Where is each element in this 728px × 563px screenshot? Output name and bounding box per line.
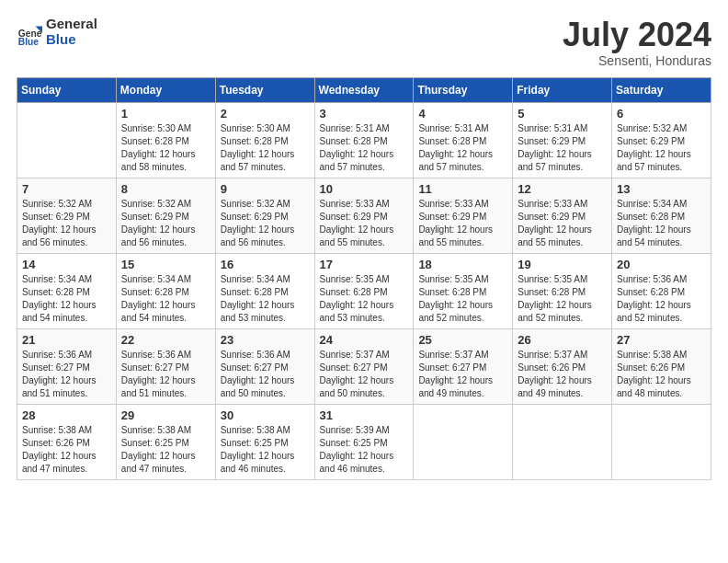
logo-icon: General Blue — [17, 19, 42, 45]
header-row: SundayMondayTuesdayWednesdayThursdayFrid… — [17, 77, 711, 102]
calendar-cell: 10Sunrise: 5:33 AM Sunset: 6:29 PM Dayli… — [314, 178, 414, 253]
header-day-thursday: Thursday — [414, 77, 513, 102]
day-info: Sunrise: 5:37 AM Sunset: 6:27 PM Dayligh… — [418, 349, 507, 400]
day-number: 26 — [518, 333, 607, 347]
calendar-cell — [414, 404, 513, 479]
calendar-cell: 15Sunrise: 5:34 AM Sunset: 6:28 PM Dayli… — [116, 253, 215, 328]
calendar-cell: 4Sunrise: 5:31 AM Sunset: 6:28 PM Daylig… — [414, 102, 513, 178]
svg-text:Blue: Blue — [18, 37, 40, 45]
page-header: General Blue General Blue July 2024 Sens… — [17, 17, 711, 68]
calendar-cell: 13Sunrise: 5:34 AM Sunset: 6:28 PM Dayli… — [612, 178, 711, 253]
day-info: Sunrise: 5:36 AM Sunset: 6:28 PM Dayligh… — [617, 273, 706, 325]
logo-text: General Blue — [46, 17, 97, 47]
day-info: Sunrise: 5:38 AM Sunset: 6:25 PM Dayligh… — [221, 424, 310, 476]
calendar-cell: 6Sunrise: 5:32 AM Sunset: 6:29 PM Daylig… — [612, 102, 711, 178]
day-info: Sunrise: 5:33 AM Sunset: 6:29 PM Dayligh… — [418, 198, 507, 249]
day-number: 17 — [320, 258, 409, 271]
day-number: 21 — [22, 333, 111, 347]
calendar-cell: 26Sunrise: 5:37 AM Sunset: 6:26 PM Dayli… — [513, 328, 612, 404]
day-info: Sunrise: 5:33 AM Sunset: 6:29 PM Dayligh… — [320, 198, 409, 249]
day-info: Sunrise: 5:31 AM Sunset: 6:29 PM Dayligh… — [518, 122, 607, 174]
calendar-cell: 31Sunrise: 5:39 AM Sunset: 6:25 PM Dayli… — [314, 404, 414, 479]
week-row-1: 7Sunrise: 5:32 AM Sunset: 6:29 PM Daylig… — [17, 178, 711, 253]
day-info: Sunrise: 5:30 AM Sunset: 6:28 PM Dayligh… — [221, 122, 310, 174]
calendar-page: General Blue General Blue July 2024 Sens… — [0, 0, 728, 563]
day-number: 30 — [221, 408, 310, 422]
day-info: Sunrise: 5:31 AM Sunset: 6:28 PM Dayligh… — [418, 122, 507, 174]
calendar-body: 1Sunrise: 5:30 AM Sunset: 6:28 PM Daylig… — [17, 102, 711, 479]
day-info: Sunrise: 5:34 AM Sunset: 6:28 PM Dayligh… — [22, 273, 111, 325]
day-number: 22 — [121, 333, 210, 347]
day-number: 9 — [221, 182, 310, 196]
day-number: 31 — [320, 408, 409, 422]
day-info: Sunrise: 5:34 AM Sunset: 6:28 PM Dayligh… — [221, 273, 310, 325]
day-number: 2 — [221, 107, 310, 121]
day-number: 20 — [617, 258, 706, 271]
calendar-cell: 29Sunrise: 5:38 AM Sunset: 6:25 PM Dayli… — [116, 404, 215, 479]
calendar-cell: 20Sunrise: 5:36 AM Sunset: 6:28 PM Dayli… — [612, 253, 711, 328]
day-number: 7 — [22, 182, 111, 196]
calendar-cell: 2Sunrise: 5:30 AM Sunset: 6:28 PM Daylig… — [215, 102, 314, 178]
calendar-cell: 23Sunrise: 5:36 AM Sunset: 6:27 PM Dayli… — [215, 328, 314, 404]
calendar-cell: 12Sunrise: 5:33 AM Sunset: 6:29 PM Dayli… — [513, 178, 612, 253]
logo-general: General — [46, 17, 97, 32]
day-number: 8 — [121, 182, 210, 196]
calendar-cell: 7Sunrise: 5:32 AM Sunset: 6:29 PM Daylig… — [17, 178, 117, 253]
calendar-header: SundayMondayTuesdayWednesdayThursdayFrid… — [17, 77, 711, 102]
day-number: 13 — [617, 182, 706, 196]
day-number: 5 — [518, 107, 607, 121]
logo: General Blue General Blue — [17, 17, 97, 47]
calendar-cell — [612, 404, 711, 479]
calendar-cell: 27Sunrise: 5:38 AM Sunset: 6:26 PM Dayli… — [612, 328, 711, 404]
day-number: 27 — [617, 333, 706, 347]
day-info: Sunrise: 5:38 AM Sunset: 6:26 PM Dayligh… — [617, 349, 706, 400]
week-row-3: 21Sunrise: 5:36 AM Sunset: 6:27 PM Dayli… — [17, 328, 711, 404]
month-title: July 2024 — [563, 17, 711, 53]
header-day-monday: Monday — [116, 77, 215, 102]
logo-blue: Blue — [46, 32, 97, 48]
calendar-cell: 14Sunrise: 5:34 AM Sunset: 6:28 PM Dayli… — [17, 253, 117, 328]
day-info: Sunrise: 5:38 AM Sunset: 6:25 PM Dayligh… — [121, 424, 210, 476]
day-number: 29 — [121, 408, 210, 422]
calendar-cell: 30Sunrise: 5:38 AM Sunset: 6:25 PM Dayli… — [215, 404, 314, 479]
day-info: Sunrise: 5:37 AM Sunset: 6:27 PM Dayligh… — [320, 349, 409, 400]
day-info: Sunrise: 5:34 AM Sunset: 6:28 PM Dayligh… — [617, 198, 706, 249]
day-info: Sunrise: 5:35 AM Sunset: 6:28 PM Dayligh… — [518, 273, 607, 325]
week-row-0: 1Sunrise: 5:30 AM Sunset: 6:28 PM Daylig… — [17, 102, 711, 178]
day-number: 14 — [22, 258, 111, 271]
day-number: 19 — [518, 258, 607, 271]
day-number: 18 — [418, 258, 507, 271]
day-info: Sunrise: 5:32 AM Sunset: 6:29 PM Dayligh… — [22, 198, 111, 249]
location-subtitle: Sensenti, Honduras — [563, 53, 711, 68]
header-day-wednesday: Wednesday — [314, 77, 414, 102]
day-info: Sunrise: 5:30 AM Sunset: 6:28 PM Dayligh… — [121, 122, 210, 174]
week-row-4: 28Sunrise: 5:38 AM Sunset: 6:26 PM Dayli… — [17, 404, 711, 479]
day-number: 12 — [518, 182, 607, 196]
calendar-cell: 22Sunrise: 5:36 AM Sunset: 6:27 PM Dayli… — [116, 328, 215, 404]
day-number: 28 — [22, 408, 111, 422]
day-info: Sunrise: 5:33 AM Sunset: 6:29 PM Dayligh… — [518, 198, 607, 249]
day-number: 6 — [617, 107, 706, 121]
calendar-cell: 16Sunrise: 5:34 AM Sunset: 6:28 PM Dayli… — [215, 253, 314, 328]
day-number: 1 — [121, 107, 210, 121]
calendar-cell: 24Sunrise: 5:37 AM Sunset: 6:27 PM Dayli… — [314, 328, 414, 404]
header-day-friday: Friday — [513, 77, 612, 102]
day-number: 15 — [121, 258, 210, 271]
calendar-cell: 28Sunrise: 5:38 AM Sunset: 6:26 PM Dayli… — [17, 404, 117, 479]
day-info: Sunrise: 5:36 AM Sunset: 6:27 PM Dayligh… — [22, 349, 111, 400]
day-number: 24 — [320, 333, 409, 347]
calendar-cell: 3Sunrise: 5:31 AM Sunset: 6:28 PM Daylig… — [314, 102, 414, 178]
day-number: 10 — [320, 182, 409, 196]
day-number: 11 — [418, 182, 507, 196]
header-day-saturday: Saturday — [612, 77, 711, 102]
day-info: Sunrise: 5:32 AM Sunset: 6:29 PM Dayligh… — [221, 198, 310, 249]
calendar-cell: 17Sunrise: 5:35 AM Sunset: 6:28 PM Dayli… — [314, 253, 414, 328]
day-number: 25 — [418, 333, 507, 347]
header-day-sunday: Sunday — [17, 77, 117, 102]
day-info: Sunrise: 5:36 AM Sunset: 6:27 PM Dayligh… — [121, 349, 210, 400]
calendar-table: SundayMondayTuesdayWednesdayThursdayFrid… — [17, 77, 711, 480]
title-block: July 2024 Sensenti, Honduras — [563, 17, 711, 68]
header-day-tuesday: Tuesday — [215, 77, 314, 102]
day-info: Sunrise: 5:35 AM Sunset: 6:28 PM Dayligh… — [320, 273, 409, 325]
day-number: 3 — [320, 107, 409, 121]
